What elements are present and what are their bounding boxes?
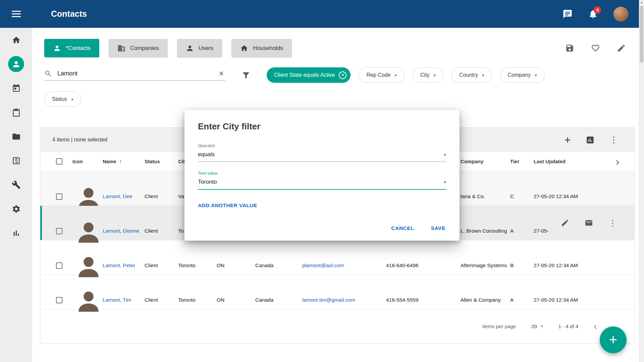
sidebar-item-tools[interactable] [8,177,24,193]
filter-chip-country[interactable]: Country▾ [451,67,492,83]
scroll-up-icon[interactable]: ▲ [639,1,644,4]
insert-chart-icon[interactable] [586,135,595,144]
tab-households[interactable]: Households [231,39,292,57]
chevron-down-icon: ▾ [444,180,446,185]
page-scrollbar[interactable]: ▲ [639,0,644,362]
select-all-checkbox[interactable] [56,158,62,165]
row-checkbox[interactable] [56,193,62,200]
filter-chip-status[interactable]: Status▾ [44,92,81,107]
add-another-value-button[interactable]: ADD ANOTHER VALUE [198,202,257,208]
sidebar-item-settings[interactable] [8,201,24,217]
col-status[interactable]: Status [145,159,178,164]
cell-company: Allen & Company [461,297,510,303]
cell-phone: 416-554-5559 [386,297,461,303]
sidebar-nav [0,28,32,362]
table-row[interactable]: Lamont, Tim Client Toronto ON Canada lam… [40,275,634,309]
topbar-actions: 4 [562,7,628,21]
home-icon [240,44,248,52]
filter-chips: Client State equals Active ✕ Rep Code▾ C… [267,67,545,83]
clear-search-icon[interactable]: ✕ [217,70,225,77]
cell-company: tana & Co. [461,193,510,199]
contact-email-link[interactable]: lamont.tim@gmail.com [302,297,355,303]
col-tier[interactable]: Tier [510,159,534,164]
home-icon [12,36,21,45]
sidebar-item-calendar[interactable] [8,80,24,96]
contact-email-link[interactable]: plamont@aol.com [302,262,344,268]
row-hover-actions: ⋮ [561,219,617,227]
contact-name-link[interactable]: Lamont, Dionne [103,228,139,234]
contact-name-link[interactable]: Lamont, Dee [103,193,132,199]
page-title: Contacts [51,9,87,19]
add-contact-fab[interactable]: + [600,326,627,353]
previous-page-icon[interactable]: ‹ [592,321,599,331]
sidebar-item-home[interactable] [8,32,24,48]
col-last-updated[interactable]: Last Updated [534,159,601,164]
add-column-icon[interactable]: + [564,134,571,145]
table-menu-icon[interactable]: ⋮ [609,135,618,144]
cell-tier: A [510,228,534,234]
search-icon [44,70,52,77]
sidebar-item-documents[interactable] [8,128,24,144]
notification-badge: 4 [594,6,601,14]
cell-tier: C [510,193,534,199]
items-per-page-select[interactable]: 20 ▾ [529,323,545,329]
save-icon [565,44,574,53]
col-icon: Icon [72,159,103,164]
sidebar-item-tasks[interactable] [8,104,24,120]
text-value-label: Text value [198,171,446,176]
chevron-down-icon: ▾ [434,73,436,78]
col-name[interactable]: Name↑ [103,159,145,165]
filter-chip-company[interactable]: Company▾ [500,67,545,83]
save-view-button[interactable] [565,44,574,53]
sidebar-item-reports[interactable] [8,225,24,241]
more-columns-icon[interactable]: › [614,156,622,167]
cell-company: L. Brown Consulting [461,228,510,234]
contact-name-link[interactable]: Lamont, Tim [103,297,131,303]
row-checkbox[interactable] [56,297,62,303]
row-checkbox[interactable] [56,262,62,269]
notifications-bell-icon[interactable]: 4 [588,9,598,19]
person-icon [186,44,194,52]
applied-filter-chip[interactable]: Client State equals Active ✕ [267,67,351,83]
cell-province: ON [217,262,255,268]
cancel-button[interactable]: CANCEL [390,223,415,233]
save-button[interactable]: SAVE [430,223,446,233]
sidebar-item-contacts[interactable] [8,56,24,72]
user-avatar[interactable] [613,7,628,21]
email-contact-icon[interactable] [585,219,593,227]
chevron-down-icon: ▾ [535,73,537,78]
row-menu-icon[interactable]: ⋮ [608,219,617,227]
chevron-down-icon: ▾ [394,73,397,78]
operator-select[interactable]: equals ▾ [198,151,446,162]
cell-tier: B [510,262,534,268]
hamburger-menu-icon[interactable] [0,0,32,28]
tab-contacts[interactable]: *Contacts [44,39,99,57]
text-value-input[interactable]: Toronto ▾ [198,179,446,190]
cell-last-updated: 27-05- [534,228,601,234]
sort-asc-icon: ↑ [119,159,122,164]
filter-funnel-icon[interactable] [241,71,251,80]
filter-chip-rep-code[interactable]: Rep Code▾ [359,67,405,83]
favorite-button[interactable] [591,44,600,53]
table-paginator: Items per page 20 ▾ 1 - 4 of 4 ‹ [40,309,634,343]
scrollbar-thumb[interactable] [640,6,643,63]
dialog-title: Enter City filter [198,121,446,132]
cell-status: Client [145,297,178,303]
row-checkbox[interactable] [56,228,62,234]
edit-view-button[interactable] [617,44,626,53]
top-app-bar: Contacts 4 [0,0,644,28]
chat-icon[interactable] [562,9,573,19]
tab-companies[interactable]: Companies [109,39,168,57]
person-icon [53,44,61,52]
filter-chips-row-2: Status▾ [44,92,639,107]
search-input[interactable] [57,70,213,77]
edit-contact-icon[interactable] [561,219,569,227]
sidebar-item-billing[interactable] [8,153,24,169]
contact-name-link[interactable]: Lamont, Peter [103,262,135,268]
table-row[interactable]: Lamont, Peter Client Toronto ON Canada p… [40,240,634,275]
tab-users[interactable]: Users [177,39,222,57]
remove-filter-icon[interactable]: ✕ [339,71,346,79]
table-toolbar: + ⋮ [564,134,618,145]
filter-chip-city[interactable]: City▾ [413,67,443,83]
col-company[interactable]: Company [461,159,510,164]
